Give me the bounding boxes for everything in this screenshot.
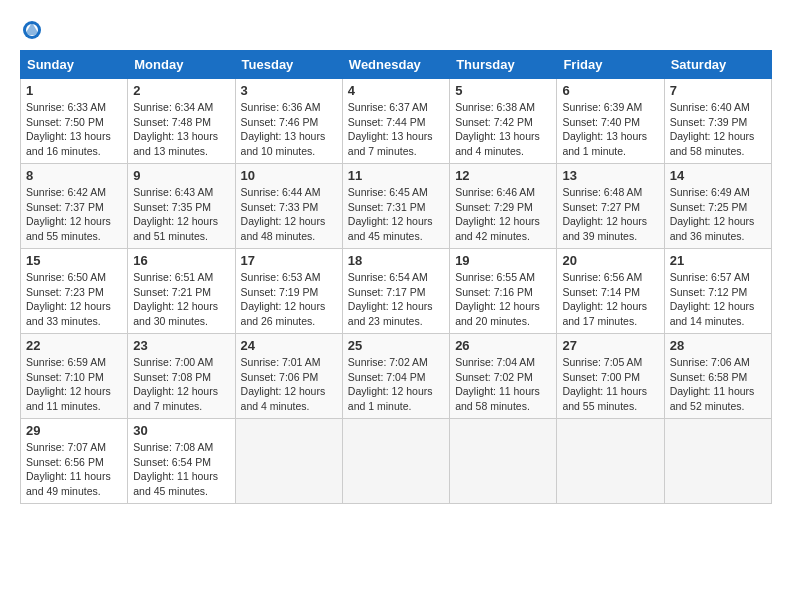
calendar-cell: 2Sunrise: 6:34 AM Sunset: 7:48 PM Daylig… (128, 79, 235, 164)
day-info: Sunrise: 6:48 AM Sunset: 7:27 PM Dayligh… (562, 185, 658, 244)
day-number: 29 (26, 423, 122, 438)
day-number: 28 (670, 338, 766, 353)
day-number: 3 (241, 83, 337, 98)
day-info: Sunrise: 7:01 AM Sunset: 7:06 PM Dayligh… (241, 355, 337, 414)
day-number: 30 (133, 423, 229, 438)
day-number: 21 (670, 253, 766, 268)
day-number: 8 (26, 168, 122, 183)
calendar-cell (235, 419, 342, 504)
day-number: 6 (562, 83, 658, 98)
calendar-cell: 18Sunrise: 6:54 AM Sunset: 7:17 PM Dayli… (342, 249, 449, 334)
day-info: Sunrise: 6:49 AM Sunset: 7:25 PM Dayligh… (670, 185, 766, 244)
calendar-cell: 29Sunrise: 7:07 AM Sunset: 6:56 PM Dayli… (21, 419, 128, 504)
day-number: 22 (26, 338, 122, 353)
day-number: 15 (26, 253, 122, 268)
calendar-cell: 22Sunrise: 6:59 AM Sunset: 7:10 PM Dayli… (21, 334, 128, 419)
calendar-cell: 15Sunrise: 6:50 AM Sunset: 7:23 PM Dayli… (21, 249, 128, 334)
day-info: Sunrise: 7:08 AM Sunset: 6:54 PM Dayligh… (133, 440, 229, 499)
day-number: 13 (562, 168, 658, 183)
day-info: Sunrise: 7:00 AM Sunset: 7:08 PM Dayligh… (133, 355, 229, 414)
day-info: Sunrise: 6:54 AM Sunset: 7:17 PM Dayligh… (348, 270, 444, 329)
day-number: 14 (670, 168, 766, 183)
calendar-cell: 12Sunrise: 6:46 AM Sunset: 7:29 PM Dayli… (450, 164, 557, 249)
day-info: Sunrise: 6:55 AM Sunset: 7:16 PM Dayligh… (455, 270, 551, 329)
day-number: 10 (241, 168, 337, 183)
calendar-cell (450, 419, 557, 504)
calendar-cell: 16Sunrise: 6:51 AM Sunset: 7:21 PM Dayli… (128, 249, 235, 334)
day-info: Sunrise: 7:07 AM Sunset: 6:56 PM Dayligh… (26, 440, 122, 499)
calendar-cell: 7Sunrise: 6:40 AM Sunset: 7:39 PM Daylig… (664, 79, 771, 164)
day-number: 5 (455, 83, 551, 98)
day-info: Sunrise: 6:51 AM Sunset: 7:21 PM Dayligh… (133, 270, 229, 329)
day-info: Sunrise: 6:37 AM Sunset: 7:44 PM Dayligh… (348, 100, 444, 159)
calendar-cell: 13Sunrise: 6:48 AM Sunset: 7:27 PM Dayli… (557, 164, 664, 249)
day-number: 4 (348, 83, 444, 98)
day-number: 27 (562, 338, 658, 353)
calendar-cell (664, 419, 771, 504)
day-info: Sunrise: 6:33 AM Sunset: 7:50 PM Dayligh… (26, 100, 122, 159)
day-info: Sunrise: 6:42 AM Sunset: 7:37 PM Dayligh… (26, 185, 122, 244)
calendar-cell: 25Sunrise: 7:02 AM Sunset: 7:04 PM Dayli… (342, 334, 449, 419)
calendar-cell: 19Sunrise: 6:55 AM Sunset: 7:16 PM Dayli… (450, 249, 557, 334)
day-number: 12 (455, 168, 551, 183)
day-number: 23 (133, 338, 229, 353)
day-number: 2 (133, 83, 229, 98)
calendar-cell: 26Sunrise: 7:04 AM Sunset: 7:02 PM Dayli… (450, 334, 557, 419)
day-info: Sunrise: 6:36 AM Sunset: 7:46 PM Dayligh… (241, 100, 337, 159)
calendar-cell: 10Sunrise: 6:44 AM Sunset: 7:33 PM Dayli… (235, 164, 342, 249)
calendar-cell: 3Sunrise: 6:36 AM Sunset: 7:46 PM Daylig… (235, 79, 342, 164)
day-number: 11 (348, 168, 444, 183)
calendar-cell: 4Sunrise: 6:37 AM Sunset: 7:44 PM Daylig… (342, 79, 449, 164)
col-header-friday: Friday (557, 51, 664, 79)
day-info: Sunrise: 6:46 AM Sunset: 7:29 PM Dayligh… (455, 185, 551, 244)
calendar-cell: 30Sunrise: 7:08 AM Sunset: 6:54 PM Dayli… (128, 419, 235, 504)
calendar-cell: 9Sunrise: 6:43 AM Sunset: 7:35 PM Daylig… (128, 164, 235, 249)
col-header-tuesday: Tuesday (235, 51, 342, 79)
day-number: 17 (241, 253, 337, 268)
logo (20, 20, 46, 40)
calendar-cell: 21Sunrise: 6:57 AM Sunset: 7:12 PM Dayli… (664, 249, 771, 334)
calendar-cell: 23Sunrise: 7:00 AM Sunset: 7:08 PM Dayli… (128, 334, 235, 419)
day-number: 16 (133, 253, 229, 268)
calendar-table: SundayMondayTuesdayWednesdayThursdayFrid… (20, 50, 772, 504)
day-info: Sunrise: 6:50 AM Sunset: 7:23 PM Dayligh… (26, 270, 122, 329)
day-info: Sunrise: 6:38 AM Sunset: 7:42 PM Dayligh… (455, 100, 551, 159)
day-info: Sunrise: 6:53 AM Sunset: 7:19 PM Dayligh… (241, 270, 337, 329)
day-info: Sunrise: 6:43 AM Sunset: 7:35 PM Dayligh… (133, 185, 229, 244)
calendar-cell: 20Sunrise: 6:56 AM Sunset: 7:14 PM Dayli… (557, 249, 664, 334)
calendar-cell: 5Sunrise: 6:38 AM Sunset: 7:42 PM Daylig… (450, 79, 557, 164)
day-number: 26 (455, 338, 551, 353)
day-info: Sunrise: 6:57 AM Sunset: 7:12 PM Dayligh… (670, 270, 766, 329)
calendar-cell: 28Sunrise: 7:06 AM Sunset: 6:58 PM Dayli… (664, 334, 771, 419)
calendar-cell: 27Sunrise: 7:05 AM Sunset: 7:00 PM Dayli… (557, 334, 664, 419)
day-info: Sunrise: 6:44 AM Sunset: 7:33 PM Dayligh… (241, 185, 337, 244)
day-number: 24 (241, 338, 337, 353)
day-info: Sunrise: 7:05 AM Sunset: 7:00 PM Dayligh… (562, 355, 658, 414)
calendar-cell: 11Sunrise: 6:45 AM Sunset: 7:31 PM Dayli… (342, 164, 449, 249)
day-number: 1 (26, 83, 122, 98)
day-info: Sunrise: 6:59 AM Sunset: 7:10 PM Dayligh… (26, 355, 122, 414)
day-info: Sunrise: 7:02 AM Sunset: 7:04 PM Dayligh… (348, 355, 444, 414)
day-info: Sunrise: 6:40 AM Sunset: 7:39 PM Dayligh… (670, 100, 766, 159)
calendar-cell: 8Sunrise: 6:42 AM Sunset: 7:37 PM Daylig… (21, 164, 128, 249)
calendar-cell: 6Sunrise: 6:39 AM Sunset: 7:40 PM Daylig… (557, 79, 664, 164)
col-header-thursday: Thursday (450, 51, 557, 79)
calendar-cell: 1Sunrise: 6:33 AM Sunset: 7:50 PM Daylig… (21, 79, 128, 164)
col-header-monday: Monday (128, 51, 235, 79)
day-info: Sunrise: 6:45 AM Sunset: 7:31 PM Dayligh… (348, 185, 444, 244)
day-info: Sunrise: 6:56 AM Sunset: 7:14 PM Dayligh… (562, 270, 658, 329)
logo-icon (22, 20, 42, 40)
day-number: 20 (562, 253, 658, 268)
calendar-cell (557, 419, 664, 504)
day-info: Sunrise: 7:04 AM Sunset: 7:02 PM Dayligh… (455, 355, 551, 414)
calendar-cell (342, 419, 449, 504)
day-info: Sunrise: 7:06 AM Sunset: 6:58 PM Dayligh… (670, 355, 766, 414)
day-number: 19 (455, 253, 551, 268)
day-number: 9 (133, 168, 229, 183)
day-info: Sunrise: 6:39 AM Sunset: 7:40 PM Dayligh… (562, 100, 658, 159)
day-info: Sunrise: 6:34 AM Sunset: 7:48 PM Dayligh… (133, 100, 229, 159)
calendar-cell: 17Sunrise: 6:53 AM Sunset: 7:19 PM Dayli… (235, 249, 342, 334)
calendar-cell: 14Sunrise: 6:49 AM Sunset: 7:25 PM Dayli… (664, 164, 771, 249)
col-header-saturday: Saturday (664, 51, 771, 79)
col-header-wednesday: Wednesday (342, 51, 449, 79)
